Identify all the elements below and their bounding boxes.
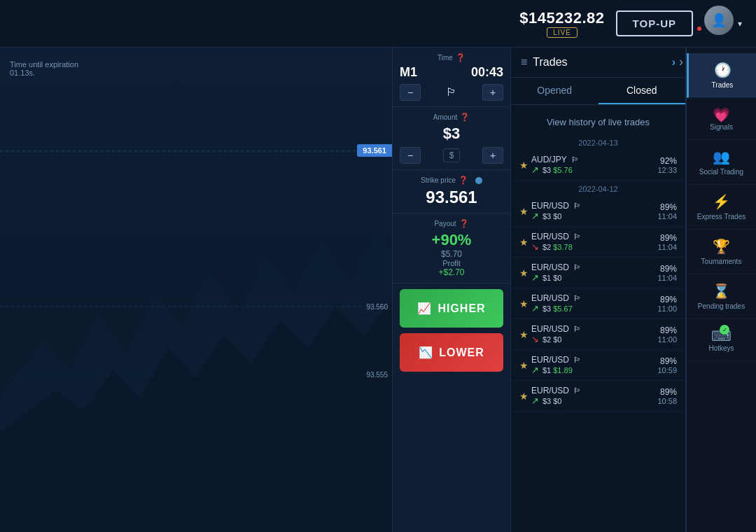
scroll-chevron-icon[interactable]: › [679,55,683,69]
sidebar-item-express-trades[interactable]: ⚡ Express Trades [687,185,756,230]
direction-icon: ↘ [531,241,539,252]
star-icon: ★ [519,237,528,248]
avatar-block[interactable]: 👤 ▾ [704,6,742,42]
higher-label: HIGHER [438,302,485,315]
sidebar-label-trades: Trades [712,81,734,89]
trade-pair: EUR/USD [531,355,569,365]
trades-tabs: Opened Closed [511,78,685,105]
trade-item[interactable]: ★ EUR/USD 🏳 ↘ $2 $0 89% 11:00 [511,319,685,350]
trade-flag: 🏳 [571,155,579,164]
amount-label: Amount [433,113,457,121]
trade-time: 12:33 [635,166,677,174]
profit-label: Profit [442,259,461,267]
trade-info: EUR/USD 🏳 ↗ $1 $0 [531,262,635,283]
balance-block: $145232.82 LIVE [519,9,604,38]
chart-area: Time until expiration 01.13s. 93.561 93.… [0,48,392,532]
sidebar-label-tournaments: Tournaments [701,258,742,265]
trade-pair: EUR/USD [531,293,569,303]
trade-item[interactable]: ★ EUR/USD 🏳 ↗ $1 $0 89% 11:04 [511,258,685,288]
topup-button[interactable]: TOP-UP [616,10,693,36]
higher-chart-icon: 📈 [417,302,432,315]
timeframe-val: M1 [400,65,417,80]
trade-pct: 89% [635,233,677,243]
trade-item[interactable]: ★ AUD/JPY 🏳 ↗ $3 $5.76 92% 12:33 [511,150,685,181]
trade-flag: 🏳 [573,202,581,210]
trade-time: 11:00 [635,304,677,313]
sidebar-item-trades[interactable]: 🕐 Trades [687,53,756,98]
flag-icon: 🏳 [446,86,457,99]
trade-pct: 89% [635,264,677,274]
trades-panel: ≡ Trades › Opened Closed View history of… [511,48,686,532]
trade-pair: EUR/USD [531,201,569,211]
trade-time: 11:04 [635,212,677,220]
trades-history-icon: 🕐 [714,62,732,78]
trading-panel: Time ❓ M1 00:43 − 🏳 + Amount ❓ $3 − $ + … [392,48,511,532]
tab-opened[interactable]: Opened [511,78,598,104]
trade-amount: $3 [542,304,551,313]
avatar-chevron-icon: ▾ [738,19,742,29]
trade-amount: $1 [542,274,551,282]
direction-icon: ↘ [531,334,539,344]
trade-info: EUR/USD 🏳 ↘ $2 $0 [531,324,635,344]
sidebar-item-tournaments[interactable]: 🏆 Tournaments [687,230,756,274]
timer-val: 00:43 [471,65,503,80]
trade-item[interactable]: ★ EUR/USD 🏳 ↗ $1 $1.89 89% 10:59 [511,350,685,381]
trade-item[interactable]: ★ EUR/USD 🏳 ↗ $3 $0 89% 10:58 [511,381,685,412]
sidebar-item-pending-trades[interactable]: ⌛ Pending trades [687,274,756,319]
tab-closed[interactable]: Closed [598,78,686,104]
tournaments-icon: 🏆 [713,238,730,255]
trades-title: Trades [533,56,666,69]
star-icon: ★ [519,391,528,402]
sidebar-item-signals[interactable]: 💗 Signals [687,98,756,140]
trade-payout: $0 [553,274,561,282]
trades-list: 2022-04-13 ★ AUD/JPY 🏳 ↗ $3 $5.76 92% 12… [511,134,685,532]
avatar[interactable]: 👤 [704,6,734,35]
date-group-2: 2022-04-12 [511,181,685,196]
star-icon: ★ [519,329,528,340]
lower-button[interactable]: 📉 LOWER [400,333,503,372]
trade-flag: 🏳 [573,325,581,333]
sidebar-item-social-trading[interactable]: 👥 Social Trading [687,140,756,185]
direction-icon: ↗ [531,303,539,314]
time-label: Time [438,54,453,62]
sidebar-label-express: Express Trades [697,213,746,220]
trade-item[interactable]: ★ EUR/USD 🏳 ↗ $3 $5.67 89% 11:00 [511,288,685,319]
trade-item[interactable]: ★ EUR/USD 🏳 ↗ $3 $0 89% 11:04 [511,196,685,227]
star-icon: ★ [519,298,528,309]
sidebar-item-hotkeys[interactable]: ⌨ ✓ Hotkeys [687,319,756,361]
amount-plus-button[interactable]: + [482,147,503,164]
trade-time: 11:00 [635,335,677,344]
right-sidebar: 🕐 Trades 💗 Signals 👥 Social Trading ⚡ Ex… [686,48,756,532]
trade-flag: 🏳 [573,294,581,302]
trade-pct: 89% [635,202,677,212]
trade-flag: 🏳 [573,386,581,395]
trade-item[interactable]: ★ EUR/USD 🏳 ↘ $2 $3.78 89% 11:04 [511,227,685,258]
trade-payout: $0 [553,335,561,344]
trade-pair: EUR/USD [531,386,569,396]
trade-pct: 89% [635,326,677,335]
amount-minus-button[interactable]: − [400,147,421,164]
direction-icon: ↗ [531,396,539,406]
trades-expand-arrow[interactable]: › [672,56,676,69]
direction-icon: ↗ [531,164,539,175]
avatar-status-dot [696,25,703,32]
trade-amount: $3 [542,397,551,405]
trade-time: 11:04 [635,274,677,282]
star-icon: ★ [519,160,528,171]
trade-right: 89% 10:58 [635,387,677,405]
trade-amount: $3 [542,212,551,220]
time-minus-button[interactable]: − [400,84,421,101]
balance-amount: $145232.82 [519,9,604,27]
higher-button[interactable]: 📈 HIGHER [400,289,503,328]
price-tag-low: 93.560 [362,302,392,312]
sidebar-label-social: Social Trading [699,168,743,176]
trades-header: ≡ Trades › [511,48,685,78]
time-plus-button[interactable]: + [482,84,503,101]
trade-info: EUR/USD 🏳 ↘ $2 $3.78 [531,232,635,252]
trade-amount: $2 [542,243,551,251]
trade-flag: 🏳 [573,356,581,364]
trade-payout: $1.89 [553,366,573,374]
hotkeys-badge: ✓ [720,325,729,335]
strike-price-field: Strike price ❓ 93.561 [393,170,510,214]
trade-pct: 89% [635,356,677,366]
